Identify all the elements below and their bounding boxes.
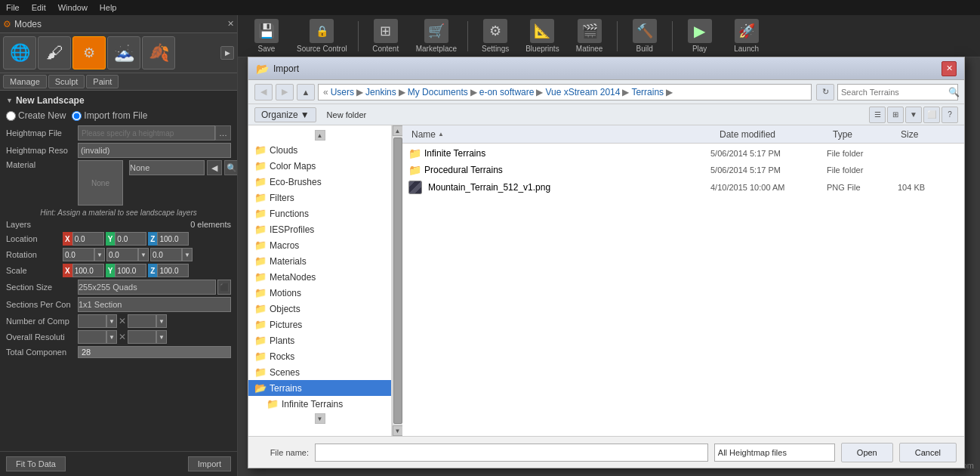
new-folder-btn[interactable]: New folder <box>322 109 371 121</box>
view-options-btn[interactable]: ▼ <box>905 107 922 123</box>
organize-btn[interactable]: Organize ▼ <box>254 107 316 122</box>
file-row-0[interactable]: 📁 Infinite Terrains 5/06/2014 5:17 PM Fi… <box>402 145 964 162</box>
toolbar-build-btn[interactable]: 🔨 Build <box>622 16 667 56</box>
breadcrumb-terrains[interactable]: Terrains <box>631 87 664 97</box>
help-btn[interactable]: ? <box>941 107 958 123</box>
num-comp-arrow2[interactable]: ▼ <box>156 314 167 328</box>
tree-item-scenes[interactable]: 📁 Scenes <box>248 364 391 380</box>
rotation-x-input[interactable] <box>63 248 94 261</box>
tree-scroll-up[interactable]: ▲ <box>315 130 325 141</box>
col-header-name[interactable]: Name ▲ <box>408 129 717 140</box>
cancel-btn[interactable]: Cancel <box>899 443 957 462</box>
material-search-btn[interactable]: 🔍 <box>224 160 237 175</box>
toolbar-btn-sculpt[interactable]: 🗻 <box>107 36 140 70</box>
file-name-input[interactable] <box>315 444 708 462</box>
toolbar-content-btn[interactable]: ⊞ Content <box>363 16 408 56</box>
section-size-select[interactable]: 255x255 Quads <box>78 280 216 295</box>
tree-item-filters[interactable]: 📁 Filters <box>248 190 391 206</box>
breadcrumb-jenkins[interactable]: Jenkins <box>365 87 396 97</box>
rotation-x-arrow[interactable]: ▼ <box>94 248 105 261</box>
tree-item-terrains[interactable]: 📂 Terrains <box>248 380 391 396</box>
toolbar-play-btn[interactable]: ▶ Play <box>677 16 723 56</box>
toolbar-settings-btn[interactable]: ⚙ Settings <box>473 16 518 56</box>
location-z-input[interactable] <box>157 232 189 246</box>
col-header-type[interactable]: Type <box>830 129 898 140</box>
view-details-btn[interactable]: ⊞ <box>887 107 904 123</box>
view-pane-btn[interactable]: ⬜ <box>923 107 940 123</box>
nav-refresh-btn[interactable]: ↻ <box>816 84 834 100</box>
toolbar-matinee-btn[interactable]: 🎬 Matinee <box>567 16 612 56</box>
num-comp-val1[interactable]: 28 <box>78 314 106 328</box>
tree-scroll-down[interactable]: ▼ <box>315 413 325 424</box>
location-y-input[interactable] <box>115 232 146 246</box>
sub-btn-manage[interactable]: Manage <box>3 75 47 88</box>
breadcrumb-mydocs[interactable]: My Documents <box>408 87 468 97</box>
dialog-close-btn[interactable]: ✕ <box>941 61 957 76</box>
menu-help[interactable]: Help <box>100 3 117 12</box>
rotation-z-arrow[interactable]: ▼ <box>182 248 193 261</box>
sub-btn-sculpt[interactable]: Sculpt <box>48 75 85 88</box>
view-list-btn[interactable]: ☰ <box>869 107 886 123</box>
tree-item-colormaps[interactable]: 📁 Color Maps <box>248 158 391 174</box>
tree-item-motions[interactable]: 📁 Motions <box>248 285 391 301</box>
overall-res-arrow1[interactable]: ▼ <box>106 330 117 344</box>
scale-y-input[interactable] <box>115 264 146 277</box>
overall-res-val1[interactable]: 7141 <box>78 330 106 344</box>
col-header-date[interactable]: Date modified <box>717 129 830 140</box>
create-new-radio[interactable]: Create New <box>6 110 66 121</box>
tree-item-rocks[interactable]: 📁 Rocks <box>248 348 391 364</box>
tree-item-metanodes[interactable]: 📁 MetaNodes <box>248 269 391 285</box>
menu-window[interactable]: Window <box>58 3 88 12</box>
tree-item-pictures[interactable]: 📁 Pictures <box>248 317 391 332</box>
file-row-2[interactable]: Mountain_Terrain_512_v1.png 4/10/2015 10… <box>402 178 964 196</box>
tree-item-infinite-terrains[interactable]: 📁 Infinite Terrains <box>248 396 391 412</box>
import-from-file-radio[interactable]: Import from File <box>72 110 147 121</box>
nav-forward-btn[interactable]: ▶ <box>276 84 294 100</box>
overall-res-val2[interactable]: 256 <box>128 330 156 344</box>
import-btn[interactable]: Import <box>188 456 231 471</box>
num-comp-arrow1[interactable]: ▼ <box>106 314 117 328</box>
tree-scrollbar[interactable]: ▲ ▼ <box>392 125 402 436</box>
num-comp-val2[interactable]: 1 <box>128 314 156 328</box>
modes-close-btn[interactable]: ✕ <box>227 19 234 29</box>
scroll-thumb[interactable] <box>393 138 402 424</box>
location-x-input[interactable] <box>72 232 104 246</box>
tree-item-objects[interactable]: 📁 Objects <box>248 301 391 317</box>
breadcrumb-vue[interactable]: Vue xStream 2014 <box>545 87 620 97</box>
scale-z-input[interactable] <box>157 264 189 277</box>
open-btn[interactable]: Open <box>841 443 893 462</box>
tree-item-ecobrushes[interactable]: 📁 Eco-Brushes <box>248 174 391 190</box>
menu-file[interactable]: File <box>6 3 20 12</box>
breadcrumb-eon[interactable]: e-on software <box>479 87 535 97</box>
tree-item-plants[interactable]: 📁 Plants <box>248 332 391 348</box>
sections-per-select[interactable]: 1x1 Section <box>78 297 231 312</box>
breadcrumb-users[interactable]: Users <box>331 87 354 97</box>
file-type-select[interactable]: All Heightmap files PNG files RAW files … <box>714 444 835 462</box>
scroll-down-arrow[interactable]: ▼ <box>393 425 403 436</box>
scale-x-input[interactable] <box>72 264 104 277</box>
col-header-size[interactable]: Size <box>898 129 958 140</box>
tree-item-materials[interactable]: 📁 Materials <box>248 253 391 269</box>
toolbar-btn-paint[interactable]: 🍂 <box>142 36 175 70</box>
tree-item-iesprofiles[interactable]: 📁 IESProfiles <box>248 221 391 237</box>
menu-edit[interactable]: Edit <box>32 3 46 12</box>
sub-btn-paint[interactable]: Paint <box>86 75 119 88</box>
rotation-z-input[interactable] <box>150 248 182 261</box>
heightmap-file-input[interactable] <box>78 125 215 141</box>
search-input[interactable] <box>841 88 945 97</box>
nav-back-btn[interactable]: ◀ <box>254 84 273 100</box>
section-size-btn[interactable]: ⬛ <box>217 280 231 295</box>
material-back-btn[interactable]: ◀ <box>207 160 222 175</box>
file-row-1[interactable]: 📁 Procedural Terrains 5/06/2014 5:17 PM … <box>402 162 964 178</box>
tree-item-functions[interactable]: 📁 Functions <box>248 206 391 221</box>
rotation-y-input[interactable] <box>106 248 138 261</box>
material-select[interactable]: None <box>129 160 205 175</box>
tree-item-clouds[interactable]: 📁 Clouds <box>248 142 391 158</box>
browse-btn[interactable]: … <box>215 125 231 141</box>
toolbar-btn-brush[interactable]: 🖌 <box>38 36 71 70</box>
toolbar-launch-btn[interactable]: 🚀 Launch <box>724 16 769 56</box>
rotation-y-arrow[interactable]: ▼ <box>138 248 149 261</box>
search-icon[interactable]: 🔍 <box>948 87 960 97</box>
toolbar-blueprints-btn[interactable]: 📐 Blueprints <box>519 16 565 56</box>
nav-up-btn[interactable]: ▲ <box>297 84 315 100</box>
